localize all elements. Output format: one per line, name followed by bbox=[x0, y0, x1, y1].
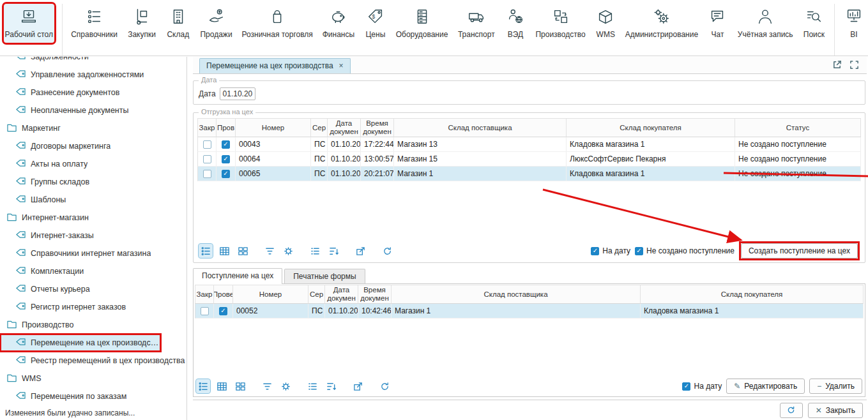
column-header[interactable]: Склад покупателя bbox=[567, 118, 735, 137]
closed-checkbox[interactable] bbox=[203, 155, 211, 163]
view-table-icon[interactable] bbox=[215, 379, 229, 393]
on-date-checkbox[interactable] bbox=[591, 247, 599, 255]
date-input[interactable]: 01.10.20 bbox=[220, 87, 256, 100]
column-header[interactable]: Прове bbox=[214, 285, 233, 304]
refresh-icon[interactable] bbox=[380, 244, 394, 258]
toolbar-item-search[interactable]: Поиск bbox=[802, 4, 826, 43]
table-row[interactable]: 00043 ПС 01.10.20 17:22:44 Магазин 13 Кл… bbox=[197, 137, 861, 152]
toolbar-item-finance[interactable]: Финансы bbox=[321, 4, 356, 43]
approved-checkbox[interactable] bbox=[222, 155, 230, 163]
numbered-list-icon[interactable] bbox=[305, 379, 319, 393]
toolbar-item-sales[interactable]: Продажи bbox=[199, 4, 234, 43]
column-header[interactable]: Датадокумен bbox=[325, 285, 358, 304]
sidebar-item-workshop-move-register[interactable]: Реестр перемещений в цех производства bbox=[0, 352, 187, 370]
settings-gear-icon[interactable] bbox=[278, 379, 293, 393]
edit-button[interactable]: ✎ Редактировать bbox=[726, 379, 805, 394]
view-cards-icon[interactable] bbox=[236, 244, 250, 258]
tab-print-forms[interactable]: Печатные формы bbox=[284, 269, 365, 283]
no-receipt-checkbox[interactable] bbox=[635, 247, 643, 255]
sidebar-item-internet-order-register[interactable]: Регистр интернет заказов bbox=[0, 298, 187, 316]
sidebar-item-payment-acts[interactable]: Акты на оплату bbox=[0, 155, 187, 173]
approved-checkbox[interactable] bbox=[222, 170, 230, 178]
sidebar-item-internet-references[interactable]: Справочники интернет магазина bbox=[0, 244, 187, 262]
refresh-icon[interactable] bbox=[377, 379, 392, 393]
toolbar-item-transport[interactable]: Транспорт bbox=[457, 4, 496, 43]
export-icon[interactable] bbox=[353, 244, 367, 258]
toolbar-item-ved[interactable]: ВЭД bbox=[504, 4, 527, 43]
export-icon[interactable] bbox=[351, 379, 365, 393]
sidebar-item-moves-by-orders[interactable]: Перемещения по заказам bbox=[0, 387, 187, 405]
sidebar-item-doc-allocation[interactable]: Разнесение документов bbox=[0, 84, 187, 101]
sidebar-item-kitting[interactable]: Комплектации bbox=[0, 262, 187, 280]
toolbar-item-warehouse[interactable]: Склад bbox=[165, 4, 192, 43]
table-row-selected[interactable]: 00052 ПС 01.10.20 10:42:46 Магазин 1 Кла… bbox=[195, 304, 864, 319]
filter-icon[interactable] bbox=[260, 379, 274, 393]
filter-on-date[interactable]: На дату bbox=[682, 382, 722, 391]
sidebar-item-templates[interactable]: Шаблоны bbox=[0, 191, 187, 209]
on-date-checkbox[interactable] bbox=[682, 382, 690, 391]
view-list-icon[interactable] bbox=[199, 244, 213, 258]
column-header[interactable]: Датадокумен bbox=[328, 118, 361, 137]
open-in-window-icon[interactable] bbox=[832, 60, 842, 70]
toolbar-item-production[interactable]: Производство bbox=[535, 4, 586, 43]
refresh-button[interactable] bbox=[780, 403, 803, 418]
view-table-icon[interactable] bbox=[217, 244, 231, 258]
approved-checkbox[interactable] bbox=[219, 307, 227, 315]
toolbar-item-references[interactable]: Справочники bbox=[70, 4, 118, 43]
column-header[interactable]: Склад покупателя bbox=[641, 285, 864, 304]
tab-move-to-workshop[interactable]: Перемещение на цех производства × bbox=[199, 58, 351, 73]
sidebar-folder-production[interactable]: Производство bbox=[0, 316, 187, 334]
toolbar-item-equipment[interactable]: Оборудование bbox=[395, 4, 448, 43]
sidebar-item-move-to-workshop[interactable]: Перемещение на цех производства bbox=[0, 334, 161, 352]
toolbar-item-retail[interactable]: Розничная торговля bbox=[241, 4, 313, 43]
filter-on-date[interactable]: На дату bbox=[591, 246, 630, 255]
create-receipt-button[interactable]: Создать поступление на цех bbox=[741, 243, 858, 259]
settings-gear-icon[interactable] bbox=[281, 244, 295, 258]
sidebar-folder-marketing[interactable]: Маркетинг bbox=[0, 119, 187, 137]
column-header[interactable]: Статус bbox=[735, 118, 861, 137]
view-cards-icon[interactable] bbox=[233, 379, 247, 393]
toolbar-item-prices[interactable]: $ Цены bbox=[363, 4, 387, 43]
table-row-selected[interactable]: 00065 ПС 01.10.20 20:21:07 Магазин 1 Кла… bbox=[197, 167, 861, 181]
filter-icon[interactable] bbox=[263, 244, 277, 258]
numbered-list-icon[interactable] bbox=[308, 244, 322, 258]
sidebar-item-warehouse-groups[interactable]: Группы складов bbox=[0, 173, 187, 191]
column-header[interactable]: Закр bbox=[195, 285, 214, 304]
tab-close-icon[interactable]: × bbox=[339, 61, 344, 70]
column-header[interactable]: Сер bbox=[311, 118, 328, 137]
approved-checkbox[interactable] bbox=[222, 140, 230, 149]
sort-icon[interactable] bbox=[324, 379, 338, 393]
column-header[interactable]: Склад поставщика bbox=[394, 118, 567, 137]
column-header[interactable]: Сер bbox=[308, 285, 325, 304]
sidebar-item-debts[interactable]: Задолженности bbox=[0, 57, 187, 66]
closed-checkbox[interactable] bbox=[201, 307, 209, 315]
sidebar-item-courier-reports[interactable]: Отчеты курьера bbox=[0, 280, 187, 298]
table-row[interactable]: 00064 ПС 01.10.20 13:00:57 Магазин 15 Лю… bbox=[197, 152, 861, 167]
sort-icon[interactable] bbox=[326, 244, 340, 258]
toolbar-item-desktop[interactable]: Рабочий стол bbox=[4, 4, 54, 43]
toolbar-item-bi[interactable]: BI bbox=[842, 4, 865, 43]
column-header[interactable]: Склад поставщика bbox=[392, 285, 641, 304]
fullscreen-icon[interactable] bbox=[849, 60, 859, 70]
sidebar-folder-internet-shop[interactable]: Интернет-магазин bbox=[0, 209, 187, 227]
sidebar-item-marketing-contracts[interactable]: Договоры маркетинга bbox=[0, 137, 187, 155]
close-button[interactable]: ✕ Закрыть bbox=[808, 403, 863, 418]
toolbar-item-wms[interactable]: WMS bbox=[594, 4, 617, 43]
toolbar-item-account[interactable]: Учётная запись bbox=[737, 4, 794, 43]
view-list-icon[interactable] bbox=[196, 379, 210, 393]
closed-checkbox[interactable] bbox=[203, 140, 211, 149]
column-header[interactable]: Времядокумен bbox=[361, 118, 394, 137]
column-header[interactable]: Номер bbox=[233, 285, 308, 304]
column-header[interactable]: Закр bbox=[197, 118, 217, 137]
sidebar-folder-wms[interactable]: WMS bbox=[0, 370, 187, 387]
delete-button[interactable]: − Удалить bbox=[809, 379, 862, 394]
toolbar-item-purchases[interactable]: Закупки bbox=[126, 4, 158, 43]
column-header[interactable]: Пров bbox=[217, 118, 236, 137]
sidebar-item-debt-management[interactable]: Управление задолженностями bbox=[0, 66, 187, 84]
sidebar-item-unpaid-docs[interactable]: Неоплаченные документы bbox=[0, 101, 187, 119]
column-header[interactable]: Времядокумен bbox=[358, 285, 392, 304]
toolbar-item-administration[interactable]: Администрирование bbox=[625, 4, 698, 43]
closed-checkbox[interactable] bbox=[203, 170, 211, 178]
toolbar-item-chat[interactable]: Чат bbox=[706, 4, 729, 43]
sidebar-item-internet-orders[interactable]: Интернет-заказы bbox=[0, 227, 187, 244]
